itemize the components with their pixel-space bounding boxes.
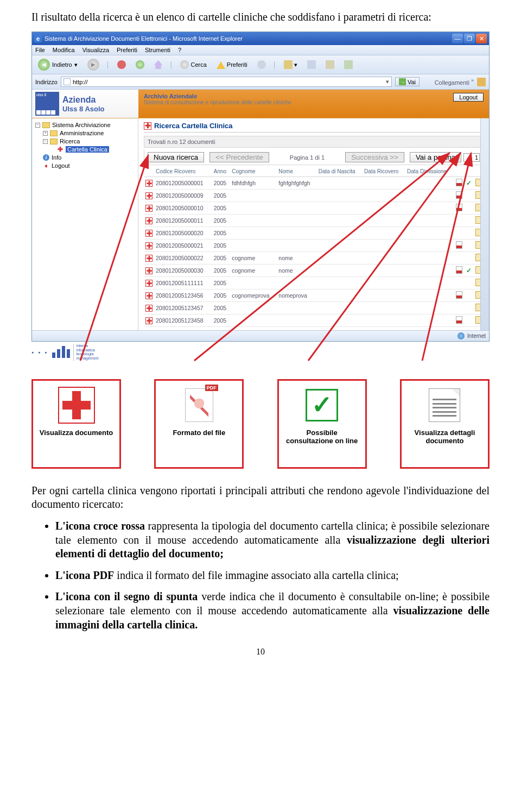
tree-info[interactable]: iInfo bbox=[35, 154, 135, 161]
table-row[interactable]: ✚2080120050000212005 bbox=[144, 240, 484, 252]
cell-nome: nome bbox=[277, 252, 316, 265]
cross-icon[interactable]: ✚ bbox=[145, 305, 153, 312]
tree-cartella[interactable]: ✚Cartella Clinica bbox=[35, 146, 135, 153]
table-row[interactable]: ✚2080120050000222005cognomenome bbox=[144, 252, 484, 265]
menu-help[interactable]: ? bbox=[178, 47, 181, 53]
doc-icon[interactable] bbox=[475, 254, 482, 261]
cell-nome: nome bbox=[277, 265, 316, 277]
table-row[interactable]: ✚2080120051234562005cognomeprovanomeprov… bbox=[144, 289, 484, 302]
check-icon[interactable]: ✓ bbox=[466, 179, 472, 187]
doc-icon[interactable] bbox=[475, 316, 482, 324]
menu-view[interactable]: Visualizza bbox=[82, 47, 109, 53]
tree-root[interactable]: −Sistema Archiviazione bbox=[35, 122, 135, 128]
bullet-cross: L'icona croce rossa rappresenta la tipol… bbox=[55, 519, 490, 561]
doc-icon[interactable] bbox=[475, 304, 482, 311]
close-button[interactable]: ✕ bbox=[476, 34, 487, 43]
cell-codice: 208012005000009 bbox=[154, 190, 212, 202]
cross-icon[interactable]: ✚ bbox=[145, 255, 153, 262]
cross-icon[interactable]: ✚ bbox=[145, 192, 153, 199]
table-row[interactable]: ✚2080120050000302005cognomenome✓ bbox=[144, 265, 484, 277]
back-button[interactable]: ◄ Indietro ▾ bbox=[35, 58, 80, 72]
ie-window: Sistema di Archiviazione Documenti Elett… bbox=[31, 32, 490, 342]
bullet-check: L'icona con il segno di spunta verde ind… bbox=[55, 590, 490, 632]
table-row[interactable]: ✚2080120051234582005 bbox=[144, 314, 484, 327]
tree-admin[interactable]: +Amministrazione bbox=[35, 130, 135, 136]
cross-icon[interactable]: ✚ bbox=[145, 180, 153, 187]
edit-button[interactable] bbox=[323, 59, 337, 70]
pdf-icon[interactable] bbox=[456, 179, 462, 186]
table-row[interactable]: ✚2080120050000012005fdhfdhfghfghfghfghfg… bbox=[144, 177, 484, 190]
table-row[interactable]: ✚2080120051111112005 bbox=[144, 277, 484, 289]
forward-button[interactable]: ► bbox=[85, 58, 102, 72]
table-row[interactable]: ✚2080120050000112005 bbox=[144, 215, 484, 227]
logout-button[interactable]: Logout bbox=[453, 93, 484, 102]
table-row[interactable]: ✚2080120051234572005 bbox=[144, 302, 484, 314]
cell-cognome bbox=[230, 215, 277, 227]
cross-icon[interactable]: ✚ bbox=[145, 280, 153, 287]
doc-icon[interactable] bbox=[475, 204, 482, 211]
doc-icon[interactable] bbox=[475, 216, 482, 224]
links-label[interactable]: Collegamenti » bbox=[435, 78, 474, 86]
home-button[interactable] bbox=[151, 59, 166, 70]
menu-file[interactable]: File bbox=[35, 47, 45, 53]
search-button[interactable]: Cerca bbox=[177, 59, 209, 70]
pdf-icon[interactable] bbox=[456, 191, 462, 199]
table-row[interactable]: ✚2080120050000202005 bbox=[144, 227, 484, 240]
doc-icon[interactable] bbox=[475, 191, 482, 199]
minimize-button[interactable]: — bbox=[452, 34, 463, 43]
doc-icon[interactable] bbox=[475, 266, 482, 274]
menu-favorites[interactable]: Preferiti bbox=[117, 47, 137, 53]
address-input[interactable] bbox=[73, 79, 384, 85]
new-search-button[interactable]: Nuova ricerca bbox=[148, 152, 204, 162]
doc-icon[interactable] bbox=[475, 229, 482, 236]
cross-icon[interactable]: ✚ bbox=[145, 242, 153, 249]
doc-icon[interactable] bbox=[475, 179, 482, 186]
cell-anno: 2005 bbox=[212, 202, 230, 215]
cell-cognome: fdhfdhfgh bbox=[230, 177, 277, 190]
pdf-icon[interactable] bbox=[456, 266, 462, 274]
cross-icon[interactable]: ✚ bbox=[145, 230, 153, 237]
stop-button[interactable] bbox=[115, 59, 129, 70]
menu-tools[interactable]: Strumenti bbox=[145, 47, 170, 53]
maximize-button[interactable]: ❐ bbox=[464, 34, 475, 43]
goto-page-input[interactable] bbox=[463, 153, 480, 162]
cross-icon[interactable]: ✚ bbox=[145, 217, 153, 224]
prev-page-button[interactable]: << Precedente bbox=[209, 152, 269, 162]
cell-anno: 2005 bbox=[212, 314, 230, 327]
cell-nome bbox=[277, 227, 316, 240]
next-page-button[interactable]: Successiva >> bbox=[345, 152, 404, 162]
check-icon[interactable]: ✓ bbox=[466, 267, 472, 274]
doc-icon[interactable] bbox=[475, 279, 482, 286]
intro-text: Il risultato della ricerca è un elenco d… bbox=[31, 10, 490, 24]
go-button[interactable]: → Vai bbox=[395, 77, 420, 86]
cross-icon[interactable]: ✚ bbox=[145, 267, 153, 274]
discuss-button[interactable] bbox=[341, 59, 355, 70]
menu-edit[interactable]: Modifica bbox=[53, 47, 75, 53]
table-row[interactable]: ✚2080120050000092005 bbox=[144, 190, 484, 202]
goto-page-button[interactable]: Vai a pagina bbox=[410, 152, 461, 162]
media-button[interactable] bbox=[255, 59, 269, 70]
print-button[interactable] bbox=[304, 59, 319, 70]
pdf-icon[interactable] bbox=[456, 291, 462, 299]
favorites-button[interactable]: Preferiti bbox=[214, 60, 250, 70]
pdf-icon[interactable] bbox=[456, 241, 462, 249]
tree-search[interactable]: −Ricerca bbox=[35, 138, 135, 144]
cross-icon[interactable]: ✚ bbox=[145, 205, 153, 212]
doc-icon[interactable] bbox=[475, 291, 482, 299]
refresh-button[interactable] bbox=[133, 59, 147, 70]
pdf-icon[interactable] bbox=[456, 316, 462, 324]
table-row[interactable]: ✚2080120050000102005 bbox=[144, 202, 484, 215]
dropdown-icon[interactable]: ▾ bbox=[386, 78, 389, 85]
cell-cognome bbox=[230, 314, 277, 327]
pdf-icon[interactable] bbox=[456, 204, 462, 211]
doc-icon[interactable] bbox=[475, 241, 482, 249]
page-icon bbox=[63, 78, 71, 85]
brand-logo: ulss 8 Azienda Ulss 8 Asolo bbox=[32, 90, 138, 118]
cross-icon[interactable]: ✚ bbox=[145, 317, 153, 324]
address-input-wrap[interactable]: ▾ bbox=[61, 77, 392, 87]
cell-cognome bbox=[230, 240, 277, 252]
cross-icon[interactable]: ✚ bbox=[145, 292, 153, 299]
stop-icon bbox=[117, 60, 126, 69]
tree-logout[interactable]: ♦Logout bbox=[35, 162, 135, 169]
mail-button[interactable]: ▾ bbox=[281, 59, 300, 70]
